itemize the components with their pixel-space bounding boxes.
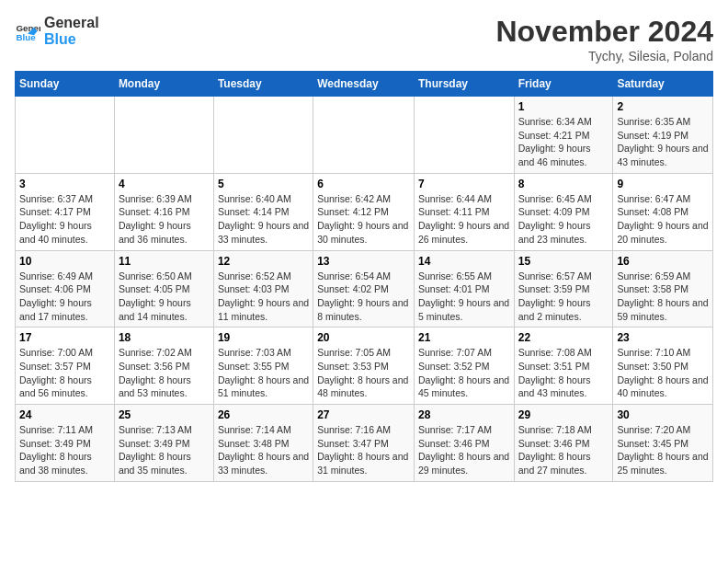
day-number: 28 xyxy=(418,408,510,421)
day-number: 14 xyxy=(418,255,510,268)
day-number: 3 xyxy=(19,178,110,190)
month-title: November 2024 xyxy=(495,15,713,49)
day-number: 4 xyxy=(119,178,210,190)
calendar-cell: 21Sunrise: 7:07 AM Sunset: 3:52 PM Dayli… xyxy=(414,327,514,405)
day-number: 7 xyxy=(418,178,510,190)
day-number: 30 xyxy=(617,408,709,421)
day-info: Sunrise: 6:37 AM Sunset: 4:17 PM Dayligh… xyxy=(19,192,110,247)
day-info: Sunrise: 6:47 AM Sunset: 4:08 PM Dayligh… xyxy=(617,192,709,247)
calendar-cell: 20Sunrise: 7:05 AM Sunset: 3:53 PM Dayli… xyxy=(313,327,415,405)
calendar-cell: 24Sunrise: 7:11 AM Sunset: 3:49 PM Dayli… xyxy=(16,405,115,482)
day-info: Sunrise: 6:45 AM Sunset: 4:09 PM Dayligh… xyxy=(518,192,609,247)
calendar-cell: 30Sunrise: 7:20 AM Sunset: 3:45 PM Dayli… xyxy=(613,405,713,482)
logo-icon: General Blue xyxy=(15,18,40,44)
calendar-cell: 14Sunrise: 6:55 AM Sunset: 4:01 PM Dayli… xyxy=(414,250,514,327)
calendar-cell: 25Sunrise: 7:13 AM Sunset: 3:49 PM Dayli… xyxy=(114,405,213,482)
day-number: 21 xyxy=(418,331,510,344)
logo-blue: Blue xyxy=(44,31,99,48)
day-info: Sunrise: 7:00 AM Sunset: 3:57 PM Dayligh… xyxy=(19,346,110,400)
weekday-header-tuesday: Tuesday xyxy=(213,72,313,97)
day-info: Sunrise: 7:16 AM Sunset: 3:47 PM Dayligh… xyxy=(317,423,410,477)
calendar-cell: 22Sunrise: 7:08 AM Sunset: 3:51 PM Dayli… xyxy=(514,327,613,405)
day-number: 24 xyxy=(19,408,110,421)
weekday-header-monday: Monday xyxy=(114,72,213,97)
location-subtitle: Tychy, Silesia, Poland xyxy=(495,49,713,63)
day-info: Sunrise: 6:57 AM Sunset: 3:59 PM Dayligh… xyxy=(518,270,609,324)
day-info: Sunrise: 7:17 AM Sunset: 3:46 PM Dayligh… xyxy=(418,423,510,477)
calendar-cell: 10Sunrise: 6:49 AM Sunset: 4:06 PM Dayli… xyxy=(16,250,115,327)
day-info: Sunrise: 6:59 AM Sunset: 3:58 PM Dayligh… xyxy=(617,270,709,324)
day-info: Sunrise: 6:42 AM Sunset: 4:12 PM Dayligh… xyxy=(317,192,410,247)
day-info: Sunrise: 6:34 AM Sunset: 4:21 PM Dayligh… xyxy=(518,115,609,169)
calendar-week-5: 24Sunrise: 7:11 AM Sunset: 3:49 PM Dayli… xyxy=(16,405,713,482)
weekday-header-thursday: Thursday xyxy=(414,72,514,97)
calendar-cell: 7Sunrise: 6:44 AM Sunset: 4:11 PM Daylig… xyxy=(414,173,514,250)
calendar-cell: 3Sunrise: 6:37 AM Sunset: 4:17 PM Daylig… xyxy=(16,173,115,250)
day-info: Sunrise: 7:14 AM Sunset: 3:48 PM Dayligh… xyxy=(218,423,309,477)
day-number: 23 xyxy=(617,331,709,344)
day-number: 18 xyxy=(119,331,210,344)
calendar-cell: 12Sunrise: 6:52 AM Sunset: 4:03 PM Dayli… xyxy=(213,250,313,327)
day-number: 25 xyxy=(119,408,210,421)
day-info: Sunrise: 6:49 AM Sunset: 4:06 PM Dayligh… xyxy=(19,270,110,324)
calendar-cell xyxy=(213,97,313,174)
day-number: 2 xyxy=(617,100,709,113)
day-info: Sunrise: 6:35 AM Sunset: 4:19 PM Dayligh… xyxy=(617,115,709,169)
day-info: Sunrise: 7:20 AM Sunset: 3:45 PM Dayligh… xyxy=(617,423,709,477)
calendar-cell xyxy=(16,97,115,174)
header: General Blue General Blue November 2024 … xyxy=(15,15,713,63)
calendar-cell: 6Sunrise: 6:42 AM Sunset: 4:12 PM Daylig… xyxy=(313,173,415,250)
day-number: 11 xyxy=(119,255,210,268)
day-info: Sunrise: 7:05 AM Sunset: 3:53 PM Dayligh… xyxy=(317,346,410,400)
calendar-cell xyxy=(313,97,415,174)
weekday-header-friday: Friday xyxy=(514,72,613,97)
day-number: 17 xyxy=(19,331,110,344)
day-info: Sunrise: 6:39 AM Sunset: 4:16 PM Dayligh… xyxy=(119,192,210,247)
day-info: Sunrise: 7:03 AM Sunset: 3:55 PM Dayligh… xyxy=(218,346,309,400)
day-info: Sunrise: 6:44 AM Sunset: 4:11 PM Dayligh… xyxy=(418,192,510,247)
logo: General Blue General Blue xyxy=(15,15,99,47)
day-number: 20 xyxy=(317,331,410,344)
calendar-cell: 9Sunrise: 6:47 AM Sunset: 4:08 PM Daylig… xyxy=(613,173,713,250)
day-number: 10 xyxy=(19,255,110,268)
calendar-cell: 19Sunrise: 7:03 AM Sunset: 3:55 PM Dayli… xyxy=(213,327,313,405)
weekday-header-sunday: Sunday xyxy=(16,72,115,97)
day-info: Sunrise: 7:07 AM Sunset: 3:52 PM Dayligh… xyxy=(418,346,510,400)
day-number: 26 xyxy=(218,408,309,421)
day-info: Sunrise: 6:50 AM Sunset: 4:05 PM Dayligh… xyxy=(119,270,210,324)
weekday-header-saturday: Saturday xyxy=(613,72,713,97)
calendar-cell: 4Sunrise: 6:39 AM Sunset: 4:16 PM Daylig… xyxy=(114,173,213,250)
calendar-cell xyxy=(114,97,213,174)
calendar-cell: 28Sunrise: 7:17 AM Sunset: 3:46 PM Dayli… xyxy=(414,405,514,482)
day-number: 13 xyxy=(317,255,410,268)
calendar-header: SundayMondayTuesdayWednesdayThursdayFrid… xyxy=(16,72,713,97)
day-number: 27 xyxy=(317,408,410,421)
weekday-row: SundayMondayTuesdayWednesdayThursdayFrid… xyxy=(16,72,713,97)
calendar-cell: 13Sunrise: 6:54 AM Sunset: 4:02 PM Dayli… xyxy=(313,250,415,327)
day-info: Sunrise: 7:11 AM Sunset: 3:49 PM Dayligh… xyxy=(19,423,110,477)
calendar-week-1: 1Sunrise: 6:34 AM Sunset: 4:21 PM Daylig… xyxy=(16,97,713,174)
calendar-cell: 26Sunrise: 7:14 AM Sunset: 3:48 PM Dayli… xyxy=(213,405,313,482)
day-info: Sunrise: 6:40 AM Sunset: 4:14 PM Dayligh… xyxy=(218,192,309,247)
calendar-cell: 5Sunrise: 6:40 AM Sunset: 4:14 PM Daylig… xyxy=(213,173,313,250)
calendar-body: 1Sunrise: 6:34 AM Sunset: 4:21 PM Daylig… xyxy=(16,97,713,482)
day-number: 22 xyxy=(518,331,609,344)
calendar-week-3: 10Sunrise: 6:49 AM Sunset: 4:06 PM Dayli… xyxy=(16,250,713,327)
day-number: 5 xyxy=(218,178,309,190)
day-info: Sunrise: 7:02 AM Sunset: 3:56 PM Dayligh… xyxy=(119,346,210,400)
day-number: 15 xyxy=(518,255,609,268)
day-info: Sunrise: 6:52 AM Sunset: 4:03 PM Dayligh… xyxy=(218,270,309,324)
day-info: Sunrise: 7:18 AM Sunset: 3:46 PM Dayligh… xyxy=(518,423,609,477)
day-number: 16 xyxy=(617,255,709,268)
calendar-week-2: 3Sunrise: 6:37 AM Sunset: 4:17 PM Daylig… xyxy=(16,173,713,250)
calendar-cell: 16Sunrise: 6:59 AM Sunset: 3:58 PM Dayli… xyxy=(613,250,713,327)
day-info: Sunrise: 6:55 AM Sunset: 4:01 PM Dayligh… xyxy=(418,270,510,324)
calendar-cell: 29Sunrise: 7:18 AM Sunset: 3:46 PM Dayli… xyxy=(514,405,613,482)
day-number: 8 xyxy=(518,178,609,190)
day-number: 9 xyxy=(617,178,709,190)
logo-general: General xyxy=(44,15,99,31)
day-info: Sunrise: 7:10 AM Sunset: 3:50 PM Dayligh… xyxy=(617,346,709,400)
calendar-cell: 17Sunrise: 7:00 AM Sunset: 3:57 PM Dayli… xyxy=(16,327,115,405)
day-number: 19 xyxy=(218,331,309,344)
calendar-week-4: 17Sunrise: 7:00 AM Sunset: 3:57 PM Dayli… xyxy=(16,327,713,405)
